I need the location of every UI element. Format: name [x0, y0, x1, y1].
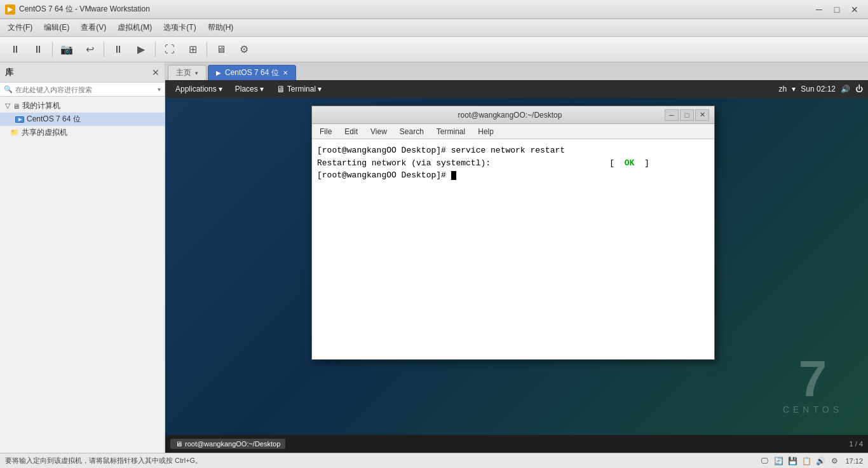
tab-home[interactable]: 主页 ▾ — [168, 65, 207, 80]
tab-vm-label: CentOS 7 64 位 — [225, 67, 279, 78]
status-icon-1[interactable]: 🖵 — [759, 455, 770, 467]
shared-icon: 📁 — [10, 128, 19, 137]
term-menu-help[interactable]: Help — [473, 126, 499, 137]
tab-vm-icon: ▶ — [216, 69, 221, 76]
vmware-icon: ▶ — [5, 4, 15, 15]
toolbar-resume-btn[interactable]: ▶ — [131, 41, 151, 59]
terminal-cursor — [451, 171, 456, 180]
places-label: Places — [235, 85, 258, 93]
gnome-terminal-menu[interactable]: 🖥 Terminal ▾ — [271, 83, 327, 95]
terminal-line-3: [root@wangkangOO Desktop]# — [317, 169, 709, 182]
term-menu-view[interactable]: View — [365, 126, 392, 137]
centos-watermark: 7 CENTOS — [783, 354, 843, 415]
menu-edit[interactable]: 编辑(E) — [39, 21, 74, 34]
gnome-places-menu[interactable]: Places ▾ — [230, 83, 269, 95]
sidebar-search-input[interactable] — [15, 86, 155, 93]
title-left: ▶ CentOS 7 64 位 - VMware Workstation — [5, 4, 150, 15]
terminal-controls: ─ □ ✕ — [665, 109, 709, 121]
taskbar-page: 1 / 4 — [850, 440, 863, 448]
sidebar-title: 库 — [5, 67, 13, 78]
tab-vm-close[interactable]: ✕ — [283, 69, 288, 76]
centos-number: 7 — [783, 354, 843, 404]
sidebar-search-container: 🔍 ▾ — [0, 83, 165, 97]
toolbar-full-btn[interactable]: ⛶ — [159, 41, 180, 59]
status-icon-5[interactable]: 🔊 — [815, 455, 826, 467]
sidebar-tree: ▽ 🖥 我的计算机 ▶ CentOS 7 64 位 📁 共享的虚拟机 — [0, 97, 165, 453]
tree-item-shared[interactable]: 📁 共享的虚拟机 — [0, 126, 165, 139]
gnome-topbar: Applications ▾ Places ▾ 🖥 Terminal ▾ zh — [165, 80, 868, 98]
terminal-window: root@wangkangOO:~/Desktop ─ □ ✕ File Edi… — [311, 106, 715, 360]
minimize-button[interactable]: ─ — [811, 3, 827, 16]
status-icon-2[interactable]: 🔄 — [773, 455, 784, 467]
toolbar-sep1 — [52, 42, 53, 57]
status-icon-6[interactable]: ⚙ — [829, 455, 840, 467]
term-menu-edit[interactable]: Edit — [339, 126, 363, 137]
power-icon[interactable]: ⏻ — [855, 85, 863, 93]
gnome-applications-menu[interactable]: Applications ▾ — [170, 83, 227, 95]
vmware-toolbar: ⏸ ⏸ 📷 ↩ ⏸ ▶ ⛶ ⊞ 🖥 ⚙ — [0, 37, 868, 62]
toolbar-unity-btn[interactable]: ⊞ — [182, 41, 203, 59]
term-menu-file[interactable]: File — [315, 126, 337, 137]
tree-item-computer[interactable]: ▽ 🖥 我的计算机 — [0, 99, 165, 113]
status-icon-4[interactable]: 📋 — [801, 455, 812, 467]
toolbar-snap-btn[interactable]: 📷 — [57, 41, 77, 59]
sidebar: 库 ✕ 🔍 ▾ ▽ 🖥 我的计算机 ▶ CentOS 7 64 位 📁 共享的虚… — [0, 62, 165, 453]
toolbar-power-btn[interactable]: ⏸ — [5, 41, 25, 59]
close-button[interactable]: ✕ — [846, 3, 863, 16]
tree-item-vm[interactable]: ▶ CentOS 7 64 位 — [0, 113, 165, 126]
menu-vm[interactable]: 虚拟机(M) — [112, 21, 157, 34]
vmware-menubar: 文件(F) 编辑(E) 查看(V) 虚拟机(M) 选项卡(T) 帮助(H) — [0, 19, 868, 37]
tab-home-arrow[interactable]: ▾ — [195, 70, 198, 76]
window-controls: ─ □ ✕ — [811, 3, 863, 16]
places-arrow: ▾ — [260, 85, 264, 93]
gnome-topbar-right: zh ▾ Sun 02:12 🔊 ⏻ — [779, 85, 863, 93]
terminal-menubar: File Edit View Search Terminal Help — [312, 124, 714, 139]
taskbar-terminal-icon: 🖥 — [175, 440, 182, 448]
vmware-statusbar: 要将输入定向到该虚拟机，请将鼠标指针移入其中或按 Ctrl+G。 🖵 🔄 💾 📋… — [0, 453, 868, 468]
volume-icon[interactable]: 🔊 — [841, 85, 850, 93]
taskbar-terminal-item[interactable]: 🖥 root@wangkangOO:~/Desktop — [170, 439, 285, 449]
menu-help[interactable]: 帮助(H) — [203, 21, 239, 34]
status-icon-3[interactable]: 💾 — [787, 455, 798, 467]
terminal-minimize-button[interactable]: ─ — [665, 109, 679, 121]
status-message: 要将输入定向到该虚拟机，请将鼠标指针移入其中或按 Ctrl+G。 — [5, 456, 202, 465]
vm-tabs: 主页 ▾ ▶ CentOS 7 64 位 ✕ — [165, 62, 868, 80]
vmware-titlebar: ▶ CentOS 7 64 位 - VMware Workstation ─ □… — [0, 0, 868, 19]
tree-label-shared: 共享的虚拟机 — [22, 127, 67, 138]
menu-tabs[interactable]: 选项卡(T) — [158, 21, 201, 34]
taskbar-terminal-label: root@wangkangOO:~/Desktop — [185, 440, 280, 448]
toolbar-revert-btn[interactable]: ↩ — [79, 41, 100, 59]
toolbar-power2-btn[interactable]: ⏸ — [28, 41, 48, 59]
sidebar-close-button[interactable]: ✕ — [152, 67, 159, 78]
status-right: 🖵 🔄 💾 📋 🔊 ⚙ 17:12 — [759, 455, 863, 467]
terminal-maximize-button[interactable]: □ — [680, 109, 694, 121]
search-dropdown-arrow[interactable]: ▾ — [158, 86, 161, 93]
term-menu-terminal[interactable]: Terminal — [431, 126, 470, 137]
tab-vm[interactable]: ▶ CentOS 7 64 位 ✕ — [208, 65, 296, 80]
toolbar-display-btn[interactable]: 🖥 — [211, 41, 231, 59]
toolbar-sep3 — [155, 42, 156, 57]
terminal-line-2: Restarting network (via systemctl): [ OK… — [317, 157, 709, 170]
vm-icon: ▶ — [15, 116, 24, 123]
menu-file[interactable]: 文件(F) — [3, 21, 37, 34]
terminal-line-1: [root@wangkangOO Desktop]# service netwo… — [317, 144, 709, 157]
lang-indicator[interactable]: zh — [779, 85, 787, 93]
toolbar-settings-btn[interactable]: ⚙ — [234, 41, 254, 59]
centos-desktop: Applications ▾ Places ▾ 🖥 Terminal ▾ zh — [165, 80, 868, 453]
terminal-body[interactable]: [root@wangkangOO Desktop]# service netwo… — [312, 139, 714, 359]
menu-view[interactable]: 查看(V) — [76, 21, 111, 34]
terminal-icon: 🖥 — [276, 84, 285, 94]
terminal-titlebar: root@wangkangOO:~/Desktop ─ □ ✕ — [312, 106, 714, 124]
term-menu-search[interactable]: Search — [395, 126, 429, 137]
main-area: 库 ✕ 🔍 ▾ ▽ 🖥 我的计算机 ▶ CentOS 7 64 位 📁 共享的虚… — [0, 62, 868, 453]
right-content: 主页 ▾ ▶ CentOS 7 64 位 ✕ Applications ▾ — [165, 62, 868, 453]
status-time: 17:12 — [845, 457, 863, 465]
tree-label-vm: CentOS 7 64 位 — [27, 114, 81, 125]
terminal-close-button[interactable]: ✕ — [695, 109, 709, 121]
toolbar-suspend-btn[interactable]: ⏸ — [108, 41, 128, 59]
applications-arrow: ▾ — [219, 85, 222, 93]
terminal-arrow: ▾ — [318, 85, 322, 93]
gnome-taskbar: 🖥 root@wangkangOO:~/Desktop 1 / 4 — [165, 435, 868, 453]
search-icon: 🔍 — [4, 85, 13, 93]
maximize-button[interactable]: □ — [829, 3, 845, 16]
